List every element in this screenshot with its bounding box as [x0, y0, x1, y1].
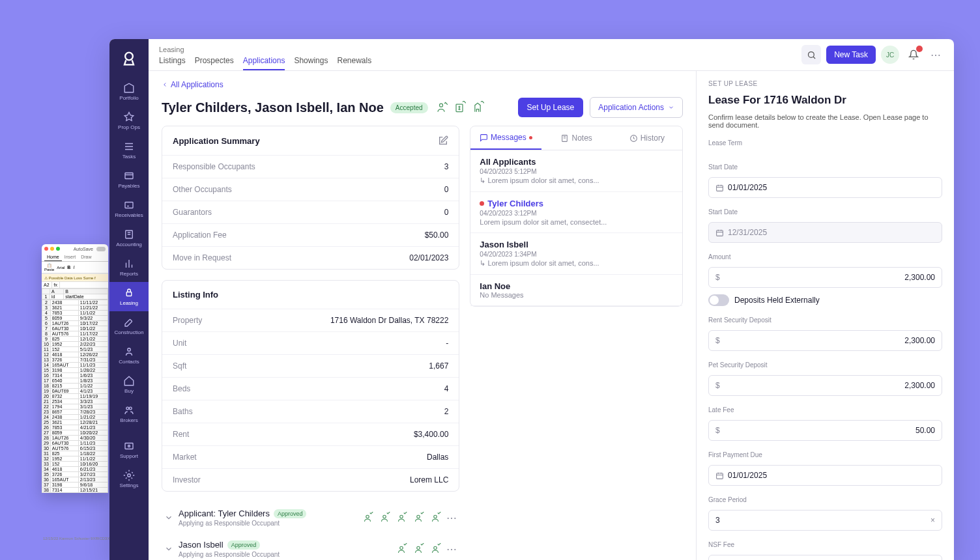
cell-ref[interactable]: A2	[42, 282, 52, 288]
grace-period-input[interactable]: 3×	[708, 510, 942, 531]
rent-deposit-input[interactable]: $2,300.00	[708, 330, 942, 351]
receivables-icon	[123, 199, 135, 211]
clear-icon[interactable]: ×	[930, 516, 935, 525]
sidebar-item-payables[interactable]: Payables	[109, 165, 149, 194]
window-minimize-icon[interactable]	[50, 247, 54, 251]
spreadsheet-grid[interactable]: AB 1idstartDate	[42, 288, 108, 300]
sidebar-item-brokers[interactable]: Brokers	[109, 399, 149, 428]
listing-row: Rent$3,400.00	[162, 423, 459, 445]
chevron-down-icon[interactable]	[164, 544, 173, 553]
pet-deposit-input[interactable]: $2,300.00	[708, 375, 942, 396]
svg-point-0	[125, 53, 133, 61]
buy-icon	[123, 375, 135, 387]
more-icon[interactable]: ⋯	[446, 512, 457, 524]
sidebar-item-prop-ops[interactable]: Prop Ops	[109, 106, 149, 135]
tab-listings[interactable]: Listings	[159, 56, 186, 70]
listing-row: Unit-	[162, 331, 459, 354]
first-payment-input[interactable]: 01/01/2025	[708, 465, 942, 486]
font-selector[interactable]: Arial	[57, 266, 65, 270]
tab-home[interactable]: Home	[44, 253, 62, 261]
set-up-lease-button[interactable]: Set Up Lease	[518, 98, 584, 117]
tab-insert[interactable]: Insert	[62, 253, 79, 261]
sidebar-item-leasing[interactable]: Leasing	[109, 282, 149, 311]
message-item[interactable]: Tyler Childers04/20/2023 3:12PMLorem ips…	[470, 192, 682, 233]
window-close-icon[interactable]	[44, 247, 48, 251]
tab-history[interactable]: History	[612, 126, 682, 150]
window-maximize-icon[interactable]	[56, 247, 60, 251]
more-icon[interactable]: ⋯	[446, 543, 457, 555]
sidebar-item-accounting[interactable]: Accounting	[109, 223, 149, 253]
app-logo[interactable]	[120, 49, 138, 68]
reports-icon	[123, 258, 135, 270]
tab-draw[interactable]: Draw	[78, 253, 94, 261]
spreadsheet-titlebar: AutoSave	[42, 244, 108, 253]
svg-point-5	[128, 348, 131, 352]
svg-point-21	[434, 546, 437, 550]
tab-showings[interactable]: Showings	[294, 56, 328, 70]
start-date-input[interactable]: 01/01/2025	[708, 177, 942, 198]
amount-input[interactable]: $2,300.00	[708, 267, 942, 288]
tab-renewals[interactable]: Renewals	[337, 56, 371, 70]
svg-rect-25	[717, 230, 723, 236]
nsf-fee-input[interactable]: $25.00	[708, 555, 942, 560]
applicant-row: Jason IsbellApprovedApplying as Responsi…	[162, 533, 459, 560]
tab-messages[interactable]: Messages	[470, 126, 541, 150]
summary-row: Guarantors0	[162, 201, 459, 223]
svg-point-19	[400, 546, 403, 550]
fx-button[interactable]: fx	[52, 282, 60, 288]
contacts-icon	[123, 346, 135, 357]
start-date-label: Start Date	[708, 163, 942, 171]
calendar-icon	[715, 471, 724, 480]
sidebar-item-portfolio[interactable]: Portfolio	[109, 77, 149, 106]
sidebar-item-contacts[interactable]: Contacts	[109, 341, 149, 370]
first-payment-label: First Payment Due	[708, 451, 942, 458]
end-date-input[interactable]: 12/31/2025	[708, 222, 942, 243]
sidebar-item-buy[interactable]: Buy	[109, 370, 149, 399]
panel-description: Confirm lease details below to create th…	[708, 113, 942, 129]
tab-prospectes[interactable]: Prospectes	[195, 56, 234, 70]
notifications-button[interactable]	[904, 46, 923, 64]
sidebar-item-tasks[interactable]: Tasks	[109, 135, 149, 165]
listing-title: Listing Info	[173, 290, 218, 300]
sidebar-item-construction[interactable]: Construction	[109, 311, 149, 341]
autosave-toggle[interactable]	[96, 247, 106, 251]
edit-icon[interactable]	[438, 135, 448, 146]
bold-button[interactable]: B	[67, 265, 70, 270]
deposits-toggle[interactable]	[708, 294, 729, 306]
sidebar-item-reports[interactable]: Reports	[109, 253, 149, 282]
breadcrumb[interactable]: Leasing	[159, 46, 801, 53]
rent-deposit-label: Rent Security Deposit	[708, 316, 942, 324]
user-avatar[interactable]: JC	[881, 46, 899, 64]
applicant-check-icon	[396, 543, 407, 555]
tab-notes[interactable]: Notes	[541, 126, 612, 150]
tab-applications[interactable]: Applications	[243, 56, 285, 70]
spreadsheet-data[interactable]: 2243811/11/223362111/21/224785311/1/2258…	[42, 300, 108, 493]
sidebar-item-support[interactable]: Support	[109, 435, 149, 464]
svg-point-15	[383, 515, 386, 518]
listing-row: Property1716 Waldon Dr Dallas, TX 78222	[162, 309, 459, 331]
new-task-button[interactable]: New Task	[826, 46, 876, 64]
summary-row: Responsible Occupants3	[162, 155, 459, 178]
more-menu-button[interactable]: ⋯	[928, 49, 944, 61]
listing-row: Beds4	[162, 377, 459, 400]
italic-button[interactable]: I	[73, 265, 74, 270]
message-item[interactable]: Ian NoeNo Messages	[470, 275, 682, 306]
sidebar-item-receivables[interactable]: Receivables	[109, 194, 149, 223]
applicant-row: Applicant: Tyler ChildersApprovedApplyin…	[162, 502, 459, 533]
leasing-icon	[123, 287, 135, 299]
paste-button[interactable]: 📋 Paste	[44, 263, 54, 272]
svg-point-20	[417, 546, 420, 550]
back-link[interactable]: All Applications	[162, 80, 683, 89]
svg-rect-24	[717, 185, 723, 191]
applicant-check-icon	[396, 512, 407, 524]
portfolio-icon	[123, 82, 135, 94]
chevron-down-icon[interactable]	[164, 513, 173, 522]
message-item[interactable]: All Applicants04/20/2023 5:12PM↳ Lorem i…	[470, 150, 682, 192]
search-button[interactable]	[801, 45, 821, 64]
settings-icon	[123, 469, 135, 481]
late-fee-input[interactable]: $50.00	[708, 420, 942, 441]
message-item[interactable]: Jason Isbell04/20/2023 1:34PM↳ Lorem ips…	[470, 233, 682, 275]
application-actions-button[interactable]: Application Actions	[590, 97, 683, 118]
sidebar-item-settings[interactable]: Settings	[109, 464, 149, 494]
brokers-icon	[123, 404, 135, 416]
